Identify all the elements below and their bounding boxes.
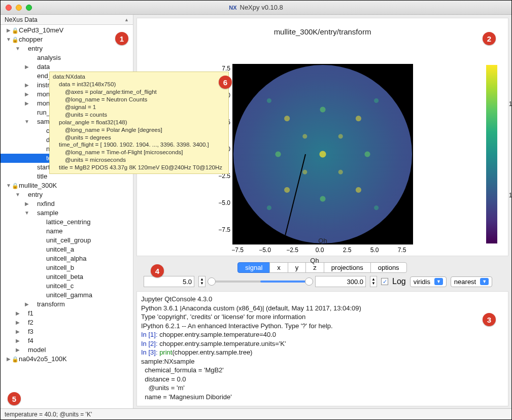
- vmax-stepper[interactable]: ▲▼: [370, 276, 377, 287]
- disclosure-triangle-icon[interactable]: ▶: [6, 26, 12, 35]
- x-tick-label: 2.5: [337, 247, 357, 254]
- tree-node[interactable]: ▶transform: [1, 300, 133, 309]
- disclosure-triangle-icon[interactable]: ▶: [15, 327, 21, 336]
- heatmap[interactable]: [233, 65, 412, 243]
- disclosure-triangle-icon[interactable]: ▶: [24, 99, 30, 108]
- tree-node[interactable]: ▶model: [1, 345, 133, 355]
- plot-title: mullite_300K/entry/transform: [137, 27, 508, 36]
- disclosure-triangle-icon[interactable]: ▼: [6, 35, 12, 44]
- tree-node-label: unitcell_gamma: [46, 291, 92, 300]
- tree-node-label: entry: [28, 44, 43, 53]
- tab-x[interactable]: x: [269, 262, 288, 273]
- tree-node[interactable]: ▼entry: [1, 190, 133, 199]
- colormap-select[interactable]: viridis▼: [410, 276, 447, 287]
- disclosure-triangle-icon[interactable]: ▶: [24, 62, 30, 72]
- chevron-down-icon: ▼: [480, 278, 489, 285]
- range-slider[interactable]: [210, 281, 311, 283]
- disclosure-triangle-icon[interactable]: ▼: [6, 181, 12, 190]
- disclosure-triangle-icon[interactable]: ▼: [24, 208, 30, 218]
- badge-4: 4: [151, 264, 164, 277]
- tab-options[interactable]: options: [370, 262, 407, 273]
- disclosure-triangle-icon[interactable]: ▶: [15, 318, 21, 327]
- tree-node-label: data: [37, 62, 50, 72]
- tree-node-label: run_: [37, 108, 50, 117]
- sort-icon[interactable]: ▲: [124, 17, 129, 22]
- x-tick-label: 7.5: [392, 247, 412, 254]
- interpolation-select[interactable]: nearest▼: [451, 276, 492, 287]
- disclosure-triangle-icon[interactable]: ▼: [24, 117, 30, 126]
- tree-node-label: unitcell_b: [46, 263, 74, 272]
- vmin-input[interactable]: [144, 276, 194, 287]
- slider-thumb-min[interactable]: [208, 277, 216, 286]
- slider-thumb-max[interactable]: [305, 277, 313, 286]
- tree-node[interactable]: ▶nxfind: [1, 199, 133, 208]
- x-axis-label: Qh: [318, 237, 327, 244]
- tree-node[interactable]: unitcell_a: [1, 245, 133, 254]
- tree-node[interactable]: ▶f4: [1, 336, 133, 345]
- tree-node-label: name: [46, 227, 63, 236]
- tree-node[interactable]: ▼sample: [1, 208, 133, 218]
- lock-icon: 🔒: [12, 35, 19, 44]
- tree-node[interactable]: unitcell_c: [1, 282, 133, 291]
- tree-node[interactable]: ▶f2: [1, 318, 133, 327]
- tree-node[interactable]: ▼entry: [1, 44, 133, 53]
- zoom-icon[interactable]: [26, 5, 32, 11]
- disclosure-triangle-icon[interactable]: ▶: [15, 309, 21, 318]
- disclosure-triangle-icon[interactable]: ▶: [15, 336, 21, 345]
- tree-node-label: nxfind: [37, 199, 55, 208]
- tree-node[interactable]: unitcell_b: [1, 263, 133, 272]
- plot-controls: ▲▼ ▲▼ ✓ Log viridis▼ nearest▼: [133, 274, 511, 291]
- disclosure-triangle-icon[interactable]: ▼: [15, 190, 21, 199]
- tree-node-label: unitcell_alpha: [46, 254, 87, 263]
- disclosure-triangle-icon[interactable]: ▼: [15, 44, 21, 53]
- log-checkbox[interactable]: ✓: [381, 278, 388, 285]
- tree-node[interactable]: unit_cell_group: [1, 236, 133, 245]
- lock-icon: 🔒: [12, 26, 19, 35]
- x-tick-label: −2.5: [282, 247, 302, 254]
- tree-node[interactable]: ▶data: [1, 62, 133, 72]
- badge-6: 6: [219, 76, 232, 89]
- tab-y[interactable]: y: [288, 262, 306, 273]
- tree-node[interactable]: name: [1, 227, 133, 236]
- minimize-icon[interactable]: [16, 5, 22, 11]
- x-tick-label: −5.0: [255, 247, 275, 254]
- tab-projections[interactable]: projections: [324, 262, 371, 273]
- close-icon[interactable]: [6, 5, 12, 11]
- disclosure-triangle-icon[interactable]: ▶: [15, 345, 21, 355]
- vmax-input[interactable]: [315, 276, 366, 287]
- tree-node-label: f2: [28, 318, 33, 327]
- disclosure-triangle-icon[interactable]: ▶: [24, 81, 30, 90]
- tree-node[interactable]: analysis: [1, 53, 133, 62]
- tree-node[interactable]: ▼🔒mullite_300K: [1, 181, 133, 190]
- y-tick-label: 7.5: [215, 65, 230, 72]
- ipython-console[interactable]: Jupyter QtConsole 4.3.0 Python 3.6.1 |An…: [136, 291, 508, 406]
- sidebar-header-label: NeXus Data: [5, 16, 38, 23]
- disclosure-triangle-icon[interactable]: ▶: [6, 355, 12, 364]
- log-label: Log: [392, 277, 406, 286]
- plot-tabs: signalxyzprojectionsoptions: [133, 259, 511, 274]
- tree-node[interactable]: unitcell_alpha: [1, 254, 133, 263]
- disclosure-triangle-icon[interactable]: ▶: [24, 90, 30, 99]
- x-tick-label: 5.0: [364, 247, 385, 254]
- vmin-stepper[interactable]: ▲▼: [198, 276, 206, 287]
- tree-node[interactable]: ▼🔒chopper: [1, 35, 133, 44]
- colorbar: [486, 65, 497, 243]
- tree-node-label: transform: [37, 300, 65, 309]
- tree-node[interactable]: ▶f1: [1, 309, 133, 318]
- tab-signal[interactable]: signal: [237, 262, 270, 273]
- disclosure-triangle-icon[interactable]: ▶: [24, 300, 30, 309]
- disclosure-triangle-icon[interactable]: ▶: [24, 199, 30, 208]
- tree-node[interactable]: ▶🔒CePd3_10meV: [1, 26, 133, 35]
- tree-node[interactable]: unitcell_gamma: [1, 291, 133, 300]
- badge-2: 2: [483, 32, 496, 45]
- badge-1: 1: [115, 32, 128, 45]
- tree-node[interactable]: unitcell_beta: [1, 272, 133, 282]
- status-text: temperature = 40.0; @units = 'K': [5, 411, 92, 418]
- sidebar-header[interactable]: NeXus Data ▲: [1, 15, 133, 25]
- chevron-down-icon: ▼: [434, 278, 443, 285]
- window-titlebar: NX NeXpy v0.10.8: [1, 1, 511, 15]
- tree-node[interactable]: ▶🔒na04v2o5_100K: [1, 355, 133, 364]
- tree-node-label: unitcell_a: [46, 245, 74, 254]
- tree-node[interactable]: ▶f3: [1, 327, 133, 336]
- tree-node[interactable]: lattice_centring: [1, 218, 133, 227]
